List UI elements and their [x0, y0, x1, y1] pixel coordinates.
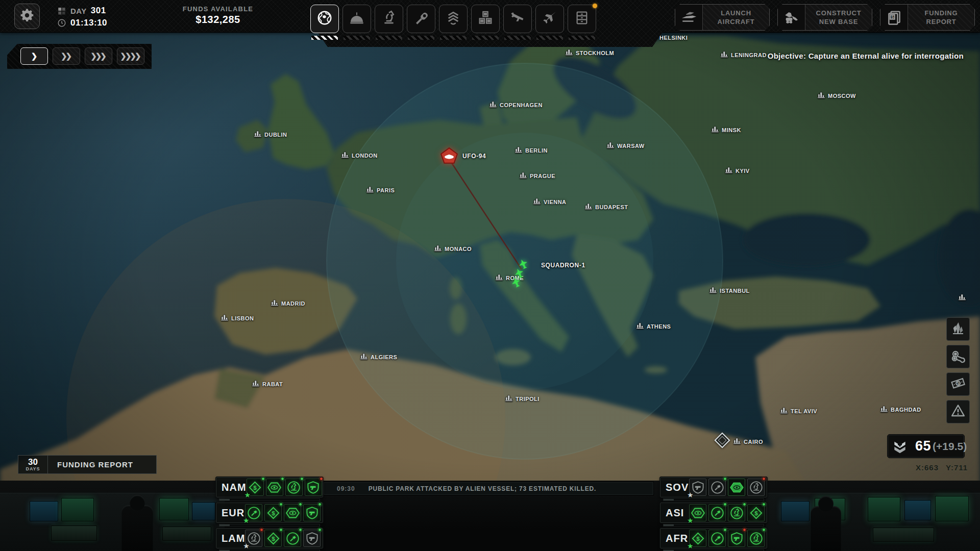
region-intel-tile[interactable] — [284, 504, 301, 521]
alloys-button[interactable] — [946, 345, 970, 368]
region-money-tile[interactable]: $★ — [247, 479, 264, 496]
status-dot-red — [260, 528, 263, 532]
nav-archive-button[interactable] — [568, 5, 596, 33]
region-intel-tile[interactable] — [266, 479, 283, 496]
time-speed-1-button[interactable]: ❯ — [20, 47, 48, 65]
launch-aircraft-button[interactable]: LAUNCH AIRCRAFT — [675, 4, 770, 31]
operator-left — [121, 505, 153, 551]
city-paris[interactable]: PARIS — [366, 186, 395, 194]
city-istanbul[interactable]: ISTANBUL — [709, 287, 750, 294]
region-intel-tile[interactable]: ★ — [689, 504, 706, 521]
city-dublin[interactable]: DUBLIN — [254, 131, 287, 138]
nav-stores-button[interactable] — [471, 5, 500, 33]
city-tel-aviv[interactable]: TEL AVIV — [780, 407, 817, 415]
region-engineering-tile[interactable] — [708, 479, 726, 496]
nav-armory-button[interactable] — [503, 5, 532, 33]
city-kyiv[interactable]: KYIV — [725, 167, 750, 174]
city-berlin[interactable]: BERLIN — [515, 146, 548, 154]
city-athens[interactable]: ATHENS — [636, 322, 671, 330]
city-baghdad[interactable]: BAGHDAD — [880, 406, 921, 413]
region-money-tile[interactable]: $ — [264, 530, 282, 547]
region-science-tile[interactable] — [747, 530, 765, 547]
city-unnamed[interactable] — [959, 294, 969, 302]
nav-base-button[interactable] — [342, 5, 371, 33]
funding-days-label: DAYS — [26, 467, 40, 471]
cash-button[interactable]: $ — [946, 372, 970, 396]
city-monaco[interactable]: MONACO — [434, 245, 472, 253]
region-engineering-tile[interactable] — [708, 530, 726, 547]
city-icon — [725, 167, 733, 174]
alert-button[interactable] — [946, 400, 970, 423]
city-icon — [733, 438, 741, 445]
region-science-tile[interactable] — [285, 479, 303, 496]
city-lisbon[interactable]: LISBON — [221, 314, 254, 322]
city-warsaw[interactable]: WARSAW — [607, 142, 645, 149]
nav-aircraft-button[interactable] — [535, 5, 564, 33]
funding-report-button-bottom[interactable]: 30 DAYS FUNDING REPORT — [18, 455, 157, 474]
region-panel-lam[interactable]: LAM★$ — [215, 528, 324, 549]
nav-personnel-button[interactable] — [439, 5, 468, 33]
city-budapest[interactable]: BUDAPEST — [585, 203, 628, 211]
time-speed-2-button[interactable]: ❯❯ — [53, 47, 80, 65]
region-military-tile[interactable] — [303, 504, 321, 521]
squadron-marker[interactable]: SQUADRON-1 — [510, 258, 585, 290]
region-money-tile[interactable]: $★ — [689, 530, 706, 547]
city-label: VIENNA — [544, 199, 567, 205]
region-science-tile[interactable] — [747, 479, 765, 496]
city-stockholm[interactable]: STOCKHOLM — [566, 49, 614, 57]
crystals-button[interactable] — [946, 317, 970, 341]
region-military-tile[interactable] — [728, 530, 745, 547]
time-speed-4-button[interactable]: ❯❯❯❯ — [117, 47, 144, 65]
city-vienna[interactable]: VIENNA — [533, 198, 567, 206]
time-speed-3-button[interactable]: ❯❯❯ — [85, 47, 112, 65]
region-military-tile[interactable]: ★ — [689, 479, 706, 496]
ufo-marker[interactable]: UFO-94 — [440, 147, 486, 165]
city-tripoli[interactable]: TRIPOLI — [505, 395, 540, 403]
region-intel-tile[interactable] — [728, 479, 745, 496]
region-panel-eur[interactable]: EUR★$ — [215, 502, 324, 523]
status-dot-green — [723, 528, 727, 532]
status-dot-green — [300, 477, 304, 481]
nav-research-button[interactable] — [375, 5, 403, 33]
nav-engineering-button[interactable] — [407, 5, 435, 33]
region-science-tile[interactable] — [728, 504, 745, 521]
region-engineering-tile[interactable]: ★ — [245, 504, 262, 521]
city-icon — [721, 51, 728, 59]
city-leningrad[interactable]: LENINGRAD — [721, 51, 767, 59]
time-value: 01:13:10 — [70, 18, 107, 28]
city-london[interactable]: LONDON — [341, 152, 378, 159]
region-panel-sov[interactable]: SOV★ — [659, 477, 768, 498]
city-label: KYIV — [736, 168, 750, 174]
region-progress-bar — [663, 524, 764, 527]
region-engineering-tile[interactable] — [284, 530, 301, 547]
city-label: HELSINKI — [659, 35, 688, 41]
city-cairo[interactable]: CAIRO — [733, 438, 763, 445]
region-panel-afr[interactable]: AFR$★ — [659, 528, 768, 549]
city-minsk[interactable]: MINSK — [712, 126, 741, 134]
region-money-tile[interactable]: $ — [264, 504, 282, 521]
funding-report-button-top[interactable]: $ FUNDING REPORT — [880, 4, 975, 31]
nav-geoscape-button[interactable] — [310, 5, 339, 33]
region-engineering-tile[interactable] — [708, 504, 726, 521]
settings-button[interactable] — [14, 4, 40, 29]
city-algiers[interactable]: ALGIERS — [360, 353, 397, 361]
city-label: COPENHAGEN — [500, 102, 543, 108]
city-prague[interactable]: PRAGUE — [520, 172, 555, 180]
city-madrid[interactable]: MADRID — [271, 299, 305, 307]
region-military-tile[interactable] — [303, 530, 321, 547]
calendar-icon — [57, 6, 66, 15]
city-copenhagen[interactable]: COPENHAGEN — [489, 101, 543, 109]
region-panel-nam[interactable]: NAM$★ — [215, 477, 324, 498]
funding-report-label: FUNDING REPORT — [48, 456, 156, 473]
region-panel-asi[interactable]: ASI★$ — [659, 502, 768, 523]
status-dot-green — [299, 528, 302, 532]
construct-new-base-button[interactable]: CONSTRUCT NEW BASE — [777, 4, 872, 31]
region-science-tile[interactable]: ★ — [245, 530, 262, 547]
player-base-marker[interactable] — [714, 432, 731, 449]
city-rabat[interactable]: RABAT — [252, 380, 283, 388]
score-delta: (+19.5) — [933, 440, 967, 453]
city-moscow[interactable]: MOSCOW — [818, 92, 856, 99]
region-money-tile[interactable]: $ — [747, 504, 765, 521]
ticker-text: PUBLIC PARK ATTACKED BY ALIEN VESSEL; 73… — [369, 485, 596, 492]
region-military-tile[interactable] — [305, 479, 322, 496]
